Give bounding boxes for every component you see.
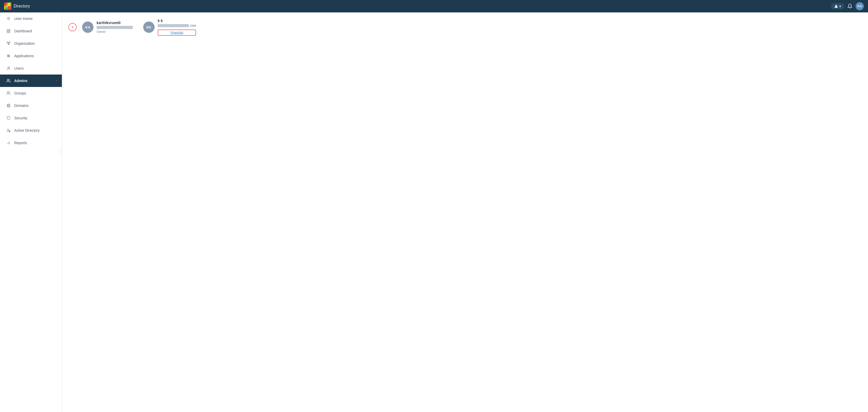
admin-avatar-ka: KA	[82, 22, 93, 33]
sidebar-label-user-home: User Home	[14, 17, 33, 21]
svg-point-22	[7, 92, 8, 93]
profile-dropdown-btn[interactable]: ▾	[831, 3, 844, 9]
admin-email-kk-suffix: .com	[189, 24, 196, 27]
sidebar-label-dashboard: Dashboard	[14, 29, 32, 33]
admin-name-kk: k k	[158, 19, 196, 23]
header-right: ▾ KA	[831, 2, 864, 10]
org-icon	[6, 41, 11, 46]
security-icon	[6, 116, 11, 121]
svg-point-16	[7, 55, 8, 56]
svg-point-19	[9, 56, 10, 57]
svg-rect-6	[7, 30, 8, 31]
sidebar-item-dashboard[interactable]: Dashboard	[0, 25, 62, 37]
sidebar-label-security: Security	[14, 116, 27, 120]
dashboard-icon	[6, 29, 11, 34]
profile-chevron: ▾	[839, 4, 841, 8]
admins-chevron: ›	[56, 79, 57, 83]
sidebar-label-organization: Organization	[14, 41, 35, 45]
sidebar-label-admins: Admins	[14, 79, 27, 83]
svg-point-26	[7, 129, 8, 130]
user-avatar-btn[interactable]: KA	[856, 2, 864, 10]
svg-point-20	[8, 67, 9, 68]
admin-email-kk-blur	[158, 24, 189, 27]
admin-info-kk: k k .com Unassign	[158, 19, 196, 36]
unassign-button[interactable]: Unassign	[158, 30, 196, 36]
reports-icon	[6, 140, 11, 146]
admin-avatar-kk: KK	[143, 22, 155, 33]
svg-point-18	[7, 56, 8, 57]
sidebar-label-applications: Applications	[14, 54, 34, 58]
header-left: Z Directory	[4, 3, 30, 10]
sidebar-label-users: Users	[14, 66, 24, 70]
admin-info-ka: karthikvrumt0 Owner	[97, 21, 133, 34]
sidebar-item-users[interactable]: Users	[0, 62, 62, 74]
sidebar-item-organization[interactable]: Organization	[0, 37, 62, 50]
domains-icon	[6, 103, 11, 108]
notification-btn[interactable]	[847, 4, 852, 9]
sidebar: User Home Dashboard Organization Applica…	[0, 12, 62, 412]
sidebar-item-security[interactable]: Security	[0, 112, 62, 124]
sidebar-item-user-home[interactable]: User Home	[0, 12, 62, 25]
svg-rect-8	[7, 31, 8, 33]
groups-icon	[6, 91, 11, 96]
admin-name-ka: karthikvrumt0	[97, 21, 133, 25]
svg-rect-9	[9, 31, 10, 33]
svg-rect-1	[8, 4, 10, 6]
sidebar-item-admins[interactable]: Admins ›	[0, 74, 62, 87]
apps-icon	[6, 53, 11, 59]
svg-text:Z: Z	[6, 4, 8, 8]
admins-icon	[6, 78, 11, 83]
sidebar-item-active-directory[interactable]: Active Directory	[0, 124, 62, 137]
add-admin-section: + KA karthikvrumt0 Owner KK k k .com	[68, 19, 862, 36]
sidebar-collapse-btn[interactable]: ‹	[59, 149, 62, 155]
app-header: Z Directory ▾ KA	[0, 0, 868, 12]
zoho-logo-icon: Z	[4, 3, 11, 10]
main-content: + KA karthikvrumt0 Owner KK k k .com	[62, 12, 868, 412]
svg-point-17	[9, 55, 10, 56]
sidebar-label-active-directory: Active Directory	[14, 128, 40, 132]
svg-rect-7	[9, 30, 10, 31]
admin-role-ka: Owner	[97, 30, 133, 34]
svg-rect-10	[7, 42, 8, 43]
admin-email-ka-blur	[97, 26, 133, 29]
home-icon	[6, 16, 11, 21]
sidebar-item-reports[interactable]: Reports	[0, 137, 62, 149]
add-admin-button[interactable]: +	[68, 23, 76, 31]
svg-point-21	[7, 79, 8, 81]
sidebar-item-domains[interactable]: Domains	[0, 99, 62, 112]
users-icon	[6, 66, 11, 71]
sidebar-item-groups[interactable]: Groups	[0, 87, 62, 99]
svg-rect-12	[9, 42, 10, 43]
sidebar-label-reports: Reports	[14, 141, 27, 145]
svg-rect-3	[8, 6, 10, 9]
active-directory-icon	[6, 128, 11, 133]
sidebar-item-applications[interactable]: Applications	[0, 50, 62, 62]
body-layout: User Home Dashboard Organization Applica…	[0, 12, 868, 412]
svg-rect-11	[8, 44, 9, 44]
app-title: Directory	[13, 4, 30, 8]
sidebar-label-groups: Groups	[14, 91, 26, 95]
zoho-logo: Z	[4, 3, 11, 10]
sidebar-label-domains: Domains	[14, 103, 29, 108]
